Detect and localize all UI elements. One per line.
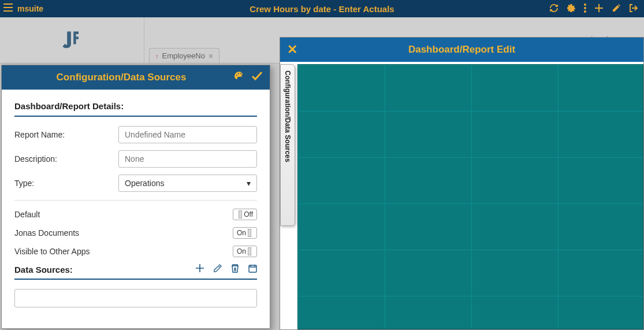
svg-rect-3	[249, 265, 256, 272]
menu-icon[interactable]	[3, 3, 13, 14]
logo-area	[0, 17, 144, 63]
report-name-label: Report Name:	[14, 130, 118, 139]
add-datasource-icon[interactable]	[196, 264, 204, 275]
jonas-docs-toggle-value: On	[237, 229, 246, 237]
config-panel-title: Configuration/Data Sources	[9, 72, 234, 83]
jonas-docs-toggle[interactable]: On	[233, 227, 257, 239]
page-title: Crew Hours by date - Enter Actuals	[250, 4, 394, 14]
default-label: Default	[14, 210, 40, 219]
config-panel-body: Dashboard/Report Details: Report Name: D…	[2, 90, 270, 328]
design-grid[interactable]	[297, 64, 643, 329]
edit-panel-body: Configuration/Data Sources	[280, 62, 643, 329]
sort-up-icon: ↑	[155, 53, 159, 60]
refresh-icon[interactable]	[549, 3, 559, 14]
side-tab-label: Configuration/Data Sources	[284, 71, 292, 162]
tab-employee-no[interactable]: ↑ EmployeeNo ×	[149, 48, 219, 63]
top-header: msuite Crew Hours by date - Enter Actual…	[0, 0, 644, 17]
palette-icon[interactable]	[234, 71, 244, 84]
svg-point-2	[584, 10, 586, 13]
jonas-docs-label: Jonas Documents	[14, 228, 79, 238]
side-tab-config[interactable]: Configuration/Data Sources	[280, 64, 295, 226]
header-actions	[549, 3, 638, 14]
more-icon[interactable]	[584, 3, 586, 14]
datasource-input[interactable]	[14, 289, 257, 307]
edit-panel: ✕ Dashboard/Report Edit Configuration/Da…	[280, 37, 644, 330]
config-panel: Configuration/Data Sources Dashboard/Rep…	[1, 65, 270, 329]
type-select[interactable]: Operations ▾	[118, 175, 257, 192]
chevron-down-icon: ▾	[247, 179, 251, 188]
edit-icon[interactable]	[612, 3, 621, 14]
data-sources-title: Data Sources:	[14, 265, 196, 275]
description-input[interactable]	[118, 150, 257, 168]
default-toggle-value: Off	[244, 210, 253, 218]
edit-datasource-icon[interactable]	[213, 264, 222, 275]
type-value: Operations	[125, 179, 164, 188]
logout-icon[interactable]	[629, 3, 638, 14]
svg-point-0	[584, 3, 586, 6]
add-icon[interactable]	[594, 3, 604, 14]
tab-label: EmployeeNo	[162, 51, 205, 60]
close-icon[interactable]: ✕	[287, 42, 297, 57]
brand-label: msuite	[17, 4, 43, 13]
delete-datasource-icon[interactable]	[231, 264, 239, 275]
visible-other-toggle-value: On	[237, 247, 246, 255]
config-panel-header: Configuration/Data Sources	[2, 65, 270, 90]
edit-panel-title: Dashboard/Report Edit	[408, 44, 515, 55]
check-icon[interactable]	[251, 71, 263, 84]
section-details-title: Dashboard/Report Details:	[14, 101, 257, 111]
gear-icon[interactable]	[567, 3, 576, 14]
visible-other-label: Visible to Other Apps	[14, 247, 90, 256]
description-label: Description:	[14, 154, 118, 164]
default-toggle[interactable]: Off	[233, 209, 257, 220]
calendar-datasource-icon[interactable]	[248, 264, 257, 275]
type-label: Type:	[14, 179, 118, 188]
close-icon[interactable]: ×	[209, 51, 213, 61]
visible-other-toggle[interactable]: On	[233, 246, 257, 257]
svg-point-1	[584, 7, 586, 9]
logo-icon	[59, 28, 85, 53]
report-name-input[interactable]	[118, 126, 257, 143]
edit-panel-header: ✕ Dashboard/Report Edit	[280, 38, 643, 62]
